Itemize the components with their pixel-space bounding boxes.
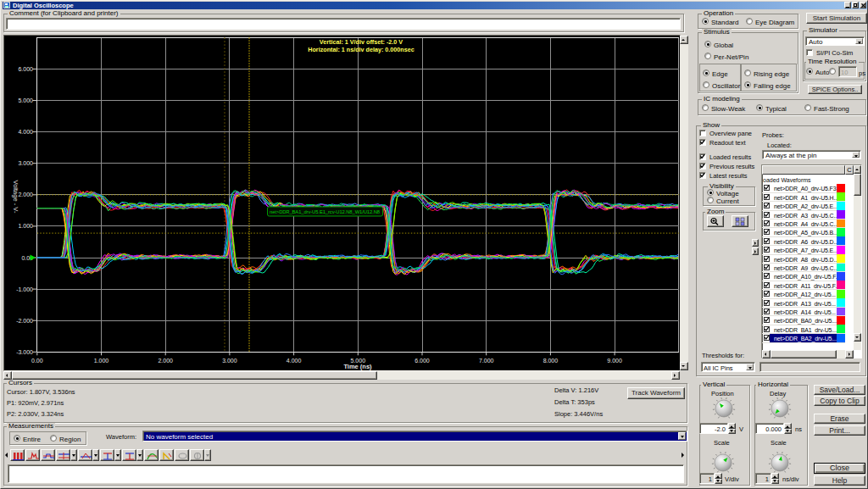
svg-text:7.000: 7.000 xyxy=(479,358,494,364)
svg-text:net>DDR_BA1_drv-U5.E1_rcv-U12.: net>DDR_BA1_drv-U5.E1_rcv-U12.N8_W1/U12.… xyxy=(270,209,380,214)
svg-text:2.000: 2.000 xyxy=(158,358,173,364)
svg-text:9.000: 9.000 xyxy=(607,358,622,364)
svg-text:0.00: 0.00 xyxy=(31,358,43,364)
svg-text:4.000: 4.000 xyxy=(18,129,33,135)
svg-text:Voltage - V-: Voltage - V- xyxy=(12,181,19,214)
svg-text:Vertical: 1 V/div offset: -2: Vertical: 1 V/div offset: -2.0 V xyxy=(320,38,403,46)
svg-text:Horizontal: 1 ns/div delay: 0: Horizontal: 1 ns/div delay: 0.000nsec xyxy=(308,46,414,53)
svg-text:1.000: 1.000 xyxy=(94,358,109,364)
svg-text:5.000: 5.000 xyxy=(18,97,33,103)
svg-text:2.000: 2.000 xyxy=(18,192,33,197)
svg-text:1.000: 1.000 xyxy=(18,223,33,229)
svg-text:8.000: 8.000 xyxy=(543,358,559,364)
svg-text:6.000: 6.000 xyxy=(18,66,33,72)
svg-text:-2.000: -2.000 xyxy=(16,318,33,324)
svg-text:3.000: 3.000 xyxy=(222,358,237,364)
svg-text:3.000: 3.000 xyxy=(18,160,33,166)
svg-text:6.000: 6.000 xyxy=(415,358,430,364)
svg-text:-3.000: -3.000 xyxy=(16,349,33,355)
svg-text:-1.000: -1.000 xyxy=(16,286,33,292)
svg-text:Time (ns): Time (ns) xyxy=(343,363,372,370)
svg-text:4.000: 4.000 xyxy=(287,358,302,364)
